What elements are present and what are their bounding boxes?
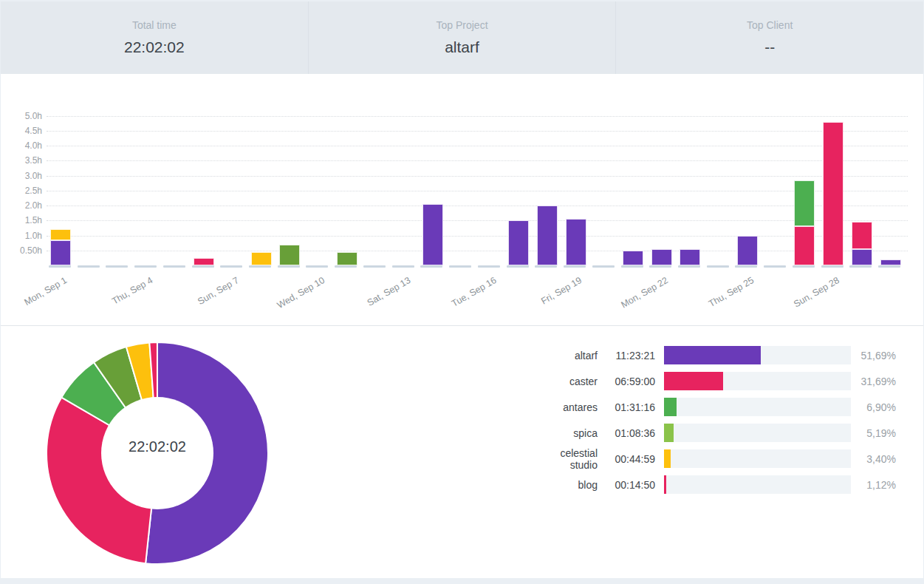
gridline-5-0h [47,116,908,117]
gridline-4-5h [47,131,908,132]
project-time: 11:23:21 [598,350,664,361]
gridline-2-5h [47,191,908,191]
donut-center-total: 22:02:02 [98,438,216,455]
baseline-tick-sep-26 [764,265,786,268]
baseline-tick-sep-12 [363,265,386,268]
project-time: 00:44:59 [598,453,664,465]
project-row-spica: spica01:08:365,19% [532,420,897,446]
y-axis-tick-3-0h: 3.0h [11,171,42,181]
x-axis-tick-thu-sep-25: Thu, Sep 25 [707,275,756,309]
top-client-label: Top Client [747,19,793,31]
project-bar-track [664,398,851,416]
project-row-celestial-studio: celestial studio00:44:593,40% [532,446,897,472]
project-bar-track [664,424,851,442]
y-axis-tick-1-5h: 1.5h [11,215,42,225]
x-axis-tick-sat-sep-13: Sat, Sep 13 [366,275,413,308]
bar-sep-17-altarf[interactable] [508,220,529,265]
x-axis-tick-wed-sep-10: Wed, Sep 10 [276,275,326,310]
baseline-tick-sep-28 [821,265,843,268]
bar-sep-25-altarf[interactable] [737,236,758,266]
x-axis-tick-sun-sep-7: Sun, Sep 7 [196,275,241,307]
bar-sep-27-antares[interactable] [794,180,815,227]
project-time: 01:08:36 [598,427,664,439]
bar-sep-22-altarf[interactable] [651,249,672,265]
y-axis-tick-5-0h: 5.0h [11,111,42,121]
bar-sep-19-altarf[interactable] [566,219,586,265]
project-bar-fill [664,424,674,442]
project-percent: 5,19% [851,427,896,439]
baseline-tick-sep-23 [678,265,700,268]
y-axis-tick-0-50h: 0.50h [11,245,42,256]
project-bar-track [664,372,851,390]
total-time-stat: Total time 22:02:02 [1,1,309,74]
top-project-value: altarf [445,38,479,56]
project-list: altarf11:23:2151,69%caster06:59:0031,69%… [532,342,897,498]
bar-sep-21-altarf[interactable] [623,251,643,265]
baseline-tick-sep-17 [507,265,529,268]
project-bar-track [664,346,851,364]
baseline-tick-sep-15 [449,265,471,268]
project-bar-fill [664,475,666,494]
total-time-label: Total time [132,19,177,31]
project-percent: 51,69% [851,350,896,361]
project-percent: 6,90% [851,401,896,413]
project-name: altarf [532,350,598,361]
gridline-1-0h [47,236,908,237]
project-time: 06:59:00 [598,376,664,387]
top-client-value: -- [764,38,775,56]
project-name: celestial studio [532,447,598,471]
bar-sep-29-altarf[interactable] [852,249,872,265]
bar-sep-11-spica[interactable] [337,252,357,265]
project-row-antares: antares01:31:166,90% [532,394,897,420]
baseline-tick-sep-2 [78,265,100,268]
baseline-tick-sep-16 [478,265,500,268]
project-percent: 1,12% [851,479,896,491]
gridline-3-5h [47,160,908,161]
baseline-tick-sep-24 [707,265,729,268]
project-bar-fill [664,372,723,390]
bar-sep-28-caster[interactable] [823,122,843,265]
project-bar-track [664,449,851,468]
baseline-tick-sep-29 [849,265,872,268]
gridline-1-5h [47,220,908,221]
bar-sep-14-altarf[interactable] [422,204,443,265]
total-time-value: 22:02:02 [124,38,185,56]
top-client-stat: Top Client -- [616,1,923,74]
daily-hours-bar-chart: 0.50h1.0h1.5h2.0h2.5h3.0h3.5h4.0h4.5h5.0… [1,74,923,326]
bar-sep-27-caster[interactable] [794,226,815,265]
bar-sep-8-celestial-studio[interactable] [251,252,272,265]
x-axis-tick-thu-sep-4: Thu, Sep 4 [111,275,155,307]
baseline-tick-sep-8 [249,265,271,268]
baseline-tick-sep-14 [420,265,442,268]
project-time: 01:31:16 [598,401,664,413]
x-axis-tick-mon-sep-22: Mon, Sep 22 [619,275,669,310]
project-bar-fill [664,346,761,364]
bar-sep-1-altarf[interactable] [50,240,71,265]
bar-sep-6-blog[interactable] [194,258,214,265]
baseline-tick-sep-5 [163,265,185,268]
x-axis-tick-mon-sep-1: Mon, Sep 1 [23,275,69,308]
baseline-tick-sep-22 [649,265,671,268]
baseline-tick-sep-10 [306,265,328,268]
bar-sep-29-caster[interactable] [852,222,872,248]
baseline-tick-sep-30 [878,265,900,268]
project-row-caster: caster06:59:0031,69% [532,368,897,394]
bar-sep-1-celestial-studio[interactable] [50,229,71,240]
baseline-tick-sep-9 [278,265,300,268]
bar-sep-9-spica[interactable] [279,245,300,265]
bar-sep-23-altarf[interactable] [680,249,700,265]
project-time: 00:14:50 [598,479,664,491]
x-axis-tick-fri-sep-19: Fri, Sep 19 [540,275,584,307]
baseline-tick-sep-11 [335,265,357,268]
project-name: caster [532,376,598,387]
project-name: antares [532,401,598,413]
y-axis-tick-4-5h: 4.5h [11,126,42,136]
baseline-tick-sep-27 [793,265,815,268]
bar-sep-18-altarf[interactable] [537,206,558,265]
y-axis-tick-4-0h: 4.0h [11,140,42,151]
top-project-label: Top Project [436,19,487,31]
gridline-3-0h [47,176,908,177]
bar-sep-30-altarf[interactable] [880,259,901,265]
project-name: spica [532,427,598,439]
baseline-tick-sep-6 [192,265,214,268]
